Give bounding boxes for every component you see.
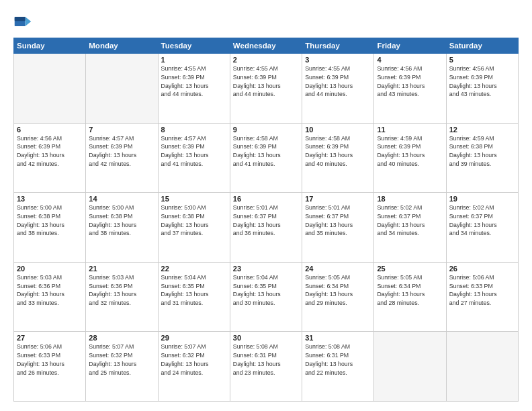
day-info: Sunrise: 5:02 AM Sunset: 6:37 PM Dayligh… <box>449 203 515 238</box>
day-number: 16 <box>233 195 299 203</box>
day-info: Sunrise: 5:07 AM Sunset: 6:32 PM Dayligh… <box>89 342 154 377</box>
day-info: Sunrise: 4:56 AM Sunset: 6:39 PM Dayligh… <box>17 134 83 169</box>
day-number: 3 <box>305 56 371 64</box>
day-cell-19: 19Sunrise: 5:02 AM Sunset: 6:37 PM Dayli… <box>446 193 518 263</box>
day-number: 24 <box>305 265 371 273</box>
logo <box>13 12 35 31</box>
weekday-thursday: Thursday <box>302 38 374 54</box>
empty-cell <box>14 54 86 124</box>
day-info: Sunrise: 5:08 AM Sunset: 6:31 PM Dayligh… <box>305 342 371 377</box>
day-number: 9 <box>233 126 299 134</box>
day-number: 8 <box>161 126 227 134</box>
day-info: Sunrise: 5:01 AM Sunset: 6:37 PM Dayligh… <box>305 203 371 238</box>
day-info: Sunrise: 5:06 AM Sunset: 6:33 PM Dayligh… <box>17 342 83 377</box>
day-info: Sunrise: 5:00 AM Sunset: 6:38 PM Dayligh… <box>89 203 154 238</box>
day-info: Sunrise: 4:56 AM Sunset: 6:39 PM Dayligh… <box>377 64 443 99</box>
day-number: 18 <box>377 195 443 203</box>
day-cell-5: 5Sunrise: 4:56 AM Sunset: 6:39 PM Daylig… <box>446 54 518 124</box>
day-cell-27: 27Sunrise: 5:06 AM Sunset: 6:33 PM Dayli… <box>14 332 86 402</box>
day-number: 21 <box>89 265 154 273</box>
week-row-3: 13Sunrise: 5:00 AM Sunset: 6:38 PM Dayli… <box>14 193 519 263</box>
day-info: Sunrise: 4:58 AM Sunset: 6:39 PM Dayligh… <box>305 134 371 169</box>
week-row-1: 1Sunrise: 4:55 AM Sunset: 6:39 PM Daylig… <box>14 54 519 124</box>
day-number: 20 <box>17 265 83 273</box>
day-cell-16: 16Sunrise: 5:01 AM Sunset: 6:37 PM Dayli… <box>230 193 302 263</box>
day-info: Sunrise: 5:01 AM Sunset: 6:37 PM Dayligh… <box>233 203 299 238</box>
day-info: Sunrise: 5:07 AM Sunset: 6:32 PM Dayligh… <box>161 342 227 377</box>
day-info: Sunrise: 4:59 AM Sunset: 6:39 PM Dayligh… <box>377 134 443 169</box>
day-cell-31: 31Sunrise: 5:08 AM Sunset: 6:31 PM Dayli… <box>302 332 374 402</box>
day-number: 15 <box>161 195 227 203</box>
day-cell-25: 25Sunrise: 5:05 AM Sunset: 6:34 PM Dayli… <box>374 262 446 332</box>
day-info: Sunrise: 5:04 AM Sunset: 6:35 PM Dayligh… <box>233 273 299 308</box>
empty-cell <box>446 332 518 402</box>
day-info: Sunrise: 4:55 AM Sunset: 6:39 PM Dayligh… <box>233 64 299 99</box>
day-number: 30 <box>233 334 299 342</box>
day-cell-21: 21Sunrise: 5:03 AM Sunset: 6:36 PM Dayli… <box>86 262 158 332</box>
week-row-4: 20Sunrise: 5:03 AM Sunset: 6:36 PM Dayli… <box>14 262 519 332</box>
day-info: Sunrise: 5:06 AM Sunset: 6:33 PM Dayligh… <box>449 273 515 308</box>
day-number: 27 <box>17 334 83 342</box>
day-cell-20: 20Sunrise: 5:03 AM Sunset: 6:36 PM Dayli… <box>14 262 86 332</box>
day-info: Sunrise: 5:08 AM Sunset: 6:31 PM Dayligh… <box>233 342 299 377</box>
day-number: 19 <box>449 195 515 203</box>
page: SundayMondayTuesdayWednesdayThursdayFrid… <box>0 0 532 411</box>
day-cell-9: 9Sunrise: 4:58 AM Sunset: 6:39 PM Daylig… <box>230 123 302 193</box>
day-number: 28 <box>89 334 154 342</box>
day-cell-2: 2Sunrise: 4:55 AM Sunset: 6:39 PM Daylig… <box>230 54 302 124</box>
day-number: 1 <box>161 56 227 64</box>
weekday-tuesday: Tuesday <box>158 38 230 54</box>
day-cell-10: 10Sunrise: 4:58 AM Sunset: 6:39 PM Dayli… <box>302 123 374 193</box>
day-info: Sunrise: 4:57 AM Sunset: 6:39 PM Dayligh… <box>161 134 227 169</box>
day-number: 10 <box>305 126 371 134</box>
day-number: 5 <box>449 56 515 64</box>
day-info: Sunrise: 4:55 AM Sunset: 6:39 PM Dayligh… <box>305 64 371 99</box>
day-number: 14 <box>89 195 154 203</box>
empty-cell <box>374 332 446 402</box>
day-number: 2 <box>233 56 299 64</box>
header <box>13 12 519 31</box>
day-number: 11 <box>377 126 443 134</box>
day-number: 26 <box>449 265 515 273</box>
day-cell-18: 18Sunrise: 5:02 AM Sunset: 6:37 PM Dayli… <box>374 193 446 263</box>
week-row-2: 6Sunrise: 4:56 AM Sunset: 6:39 PM Daylig… <box>14 123 519 193</box>
weekday-friday: Friday <box>374 38 446 54</box>
day-cell-30: 30Sunrise: 5:08 AM Sunset: 6:31 PM Dayli… <box>230 332 302 402</box>
day-cell-12: 12Sunrise: 4:59 AM Sunset: 6:38 PM Dayli… <box>446 123 518 193</box>
day-cell-13: 13Sunrise: 5:00 AM Sunset: 6:38 PM Dayli… <box>14 193 86 263</box>
day-cell-8: 8Sunrise: 4:57 AM Sunset: 6:39 PM Daylig… <box>158 123 230 193</box>
day-number: 22 <box>161 265 227 273</box>
weekday-monday: Monday <box>86 38 158 54</box>
day-info: Sunrise: 4:59 AM Sunset: 6:38 PM Dayligh… <box>449 134 515 169</box>
day-number: 12 <box>449 126 515 134</box>
day-info: Sunrise: 4:55 AM Sunset: 6:39 PM Dayligh… <box>161 64 227 99</box>
svg-rect-2 <box>15 17 26 21</box>
day-number: 4 <box>377 56 443 64</box>
day-cell-24: 24Sunrise: 5:05 AM Sunset: 6:34 PM Dayli… <box>302 262 374 332</box>
day-info: Sunrise: 4:57 AM Sunset: 6:39 PM Dayligh… <box>89 134 154 169</box>
svg-marker-1 <box>26 17 32 26</box>
day-number: 31 <box>305 334 371 342</box>
day-info: Sunrise: 5:02 AM Sunset: 6:37 PM Dayligh… <box>377 203 443 238</box>
day-info: Sunrise: 4:58 AM Sunset: 6:39 PM Dayligh… <box>233 134 299 169</box>
day-number: 17 <box>305 195 371 203</box>
calendar-table: SundayMondayTuesdayWednesdayThursdayFrid… <box>13 38 519 402</box>
day-info: Sunrise: 5:05 AM Sunset: 6:34 PM Dayligh… <box>377 273 443 308</box>
day-number: 23 <box>233 265 299 273</box>
weekday-header-row: SundayMondayTuesdayWednesdayThursdayFrid… <box>14 38 519 54</box>
day-cell-4: 4Sunrise: 4:56 AM Sunset: 6:39 PM Daylig… <box>374 54 446 124</box>
week-row-5: 27Sunrise: 5:06 AM Sunset: 6:33 PM Dayli… <box>14 332 519 402</box>
day-cell-11: 11Sunrise: 4:59 AM Sunset: 6:39 PM Dayli… <box>374 123 446 193</box>
weekday-wednesday: Wednesday <box>230 38 302 54</box>
day-info: Sunrise: 5:03 AM Sunset: 6:36 PM Dayligh… <box>89 273 154 308</box>
day-number: 25 <box>377 265 443 273</box>
day-info: Sunrise: 5:00 AM Sunset: 6:38 PM Dayligh… <box>17 203 83 238</box>
day-number: 7 <box>89 126 154 134</box>
day-cell-6: 6Sunrise: 4:56 AM Sunset: 6:39 PM Daylig… <box>14 123 86 193</box>
weekday-sunday: Sunday <box>14 38 86 54</box>
day-cell-15: 15Sunrise: 5:00 AM Sunset: 6:38 PM Dayli… <box>158 193 230 263</box>
day-info: Sunrise: 5:03 AM Sunset: 6:36 PM Dayligh… <box>17 273 83 308</box>
day-cell-14: 14Sunrise: 5:00 AM Sunset: 6:38 PM Dayli… <box>86 193 158 263</box>
weekday-saturday: Saturday <box>446 38 518 54</box>
day-number: 29 <box>161 334 227 342</box>
